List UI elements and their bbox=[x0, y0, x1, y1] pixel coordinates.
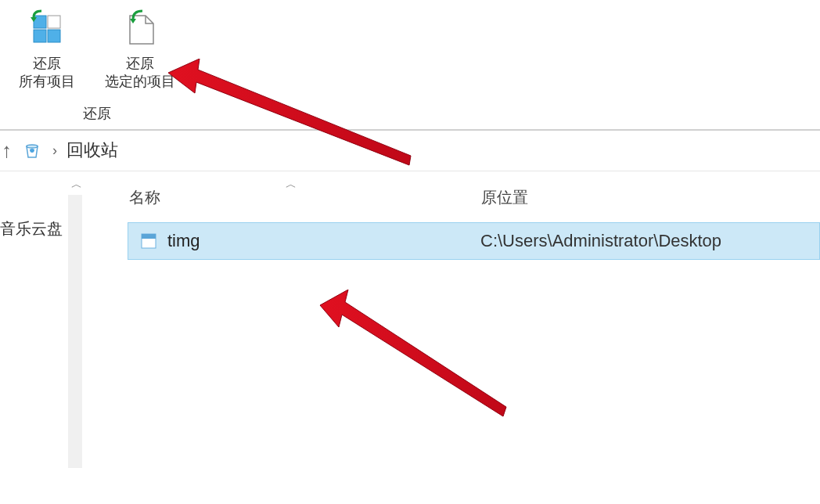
file-location: C:\Users\Administrator\Desktop bbox=[480, 231, 721, 251]
ribbon-group-label: 还原 bbox=[16, 104, 178, 123]
column-header-location[interactable]: 原位置 bbox=[481, 187, 820, 208]
column-header-name[interactable]: 名称 ︿ bbox=[129, 187, 481, 208]
breadcrumb-separator: › bbox=[52, 142, 57, 159]
file-list-area: 名称 ︿ 原位置 timg C:\Users\Administrator\Des… bbox=[82, 171, 820, 468]
file-icon bbox=[139, 232, 158, 250]
breadcrumb-location[interactable]: 回收站 bbox=[67, 139, 118, 162]
file-row[interactable]: timg C:\Users\Administrator\Desktop bbox=[128, 222, 820, 260]
svg-point-6 bbox=[27, 145, 38, 148]
address-bar: ↑ › 回收站 bbox=[0, 131, 820, 171]
ribbon-toolbar: 还原 所有项目 还原 选定的项目 还原 bbox=[0, 0, 820, 129]
restore-all-label: 还原 所有项目 bbox=[19, 55, 75, 92]
file-name: timg bbox=[167, 231, 480, 251]
content-area: ︿ 音乐云盘 名称 ︿ 原位置 timg C:\Users\Administra… bbox=[0, 171, 820, 468]
svg-rect-2 bbox=[34, 30, 46, 42]
navigation-sidebar: ︿ 音乐云盘 bbox=[0, 171, 82, 468]
sidebar-scroll-up-icon[interactable]: ︿ bbox=[71, 178, 82, 192]
restore-selected-label: 还原 选定的项目 bbox=[105, 55, 175, 92]
restore-selected-icon bbox=[120, 9, 160, 49]
sort-indicator-icon: ︿ bbox=[286, 178, 297, 192]
svg-rect-1 bbox=[48, 16, 60, 28]
recycle-bin-icon bbox=[21, 139, 43, 161]
svg-rect-8 bbox=[142, 234, 156, 239]
up-arrow-button[interactable]: ↑ bbox=[0, 139, 12, 163]
sidebar-scrollbar[interactable] bbox=[68, 195, 82, 468]
ribbon-group-restore: 还原 所有项目 还原 选定的项目 还原 bbox=[16, 6, 178, 129]
restore-all-button[interactable]: 还原 所有项目 bbox=[16, 6, 78, 95]
restore-all-icon bbox=[27, 9, 67, 49]
restore-selected-button[interactable]: 还原 选定的项目 bbox=[102, 6, 178, 95]
column-headers: 名称 ︿ 原位置 bbox=[82, 171, 820, 222]
ribbon-buttons-row: 还原 所有项目 还原 选定的项目 bbox=[16, 6, 178, 95]
svg-rect-3 bbox=[48, 30, 60, 42]
